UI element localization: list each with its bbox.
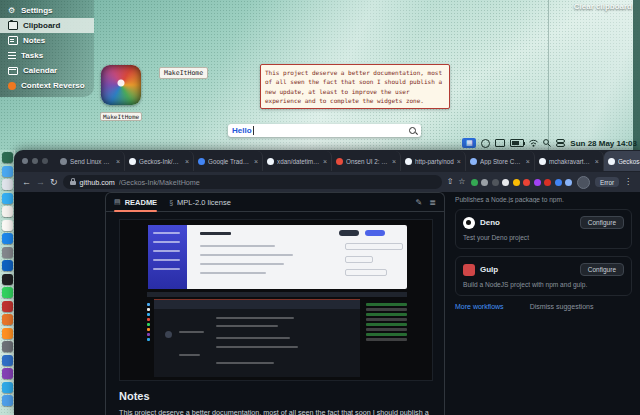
menu-item-calendar[interactable]: Calendar	[0, 63, 94, 78]
screenshot-sidebar-chips	[366, 303, 407, 373]
browser-tab[interactable]: Send Linux Com ×	[56, 151, 125, 171]
readme-screenshot-image[interactable]	[119, 219, 433, 381]
edit-pencil-icon[interactable]: ✎	[416, 198, 423, 207]
note-icon	[8, 36, 18, 45]
extension-icon[interactable]	[481, 179, 488, 186]
tab-close-icon[interactable]: ×	[392, 158, 396, 165]
dock	[0, 150, 15, 415]
dock-firefox-icon[interactable]	[2, 328, 13, 339]
configure-gulp-button[interactable]: Configure	[580, 263, 624, 276]
profile-avatar[interactable]	[577, 176, 590, 189]
dock-photos-icon[interactable]	[2, 206, 13, 217]
dock-finder-icon[interactable]	[2, 166, 13, 177]
dock-safari-icon[interactable]	[2, 193, 13, 204]
tab-license[interactable]: § MPL-2.0 license	[169, 193, 231, 211]
back-button[interactable]: ←	[22, 177, 31, 187]
menubar-clock[interactable]: Sun 28 May 14:03	[570, 139, 637, 148]
dock-onedrive-icon[interactable]	[2, 260, 13, 271]
control-center-icon[interactable]	[556, 139, 565, 147]
desktop-search-bar[interactable]: Hello	[228, 124, 421, 137]
reload-button[interactable]: ↻	[50, 177, 58, 187]
bookmark-star-button[interactable]: ☆	[458, 177, 465, 187]
tab-close-icon[interactable]: ×	[254, 158, 258, 165]
screen-record-icon[interactable]	[481, 139, 490, 148]
dock-vlc-icon[interactable]	[2, 314, 13, 325]
screenshot-app-window	[148, 225, 407, 289]
more-workflows-link[interactable]: More workflows	[455, 303, 504, 310]
tab-close-icon[interactable]: ×	[323, 158, 327, 165]
battery-icon[interactable]	[510, 139, 524, 147]
tab-close-icon[interactable]: ×	[185, 158, 189, 165]
browser-tab[interactable]: Geckos-Ink/Mak ×	[125, 151, 194, 171]
book-icon: ▤	[114, 198, 121, 206]
menu-item-notes[interactable]: Notes	[0, 33, 94, 48]
wifi-icon[interactable]	[529, 139, 538, 147]
dock-whatsapp-icon[interactable]	[2, 287, 13, 298]
profile-chip[interactable]: Error	[595, 177, 619, 187]
tab-close-icon[interactable]: ×	[526, 158, 530, 165]
window-minimize-button[interactable]	[32, 158, 38, 164]
forward-button[interactable]: →	[36, 177, 45, 187]
address-bar[interactable]: github.com /Geckos-Ink/MakeItHome	[63, 175, 442, 189]
extension-icon[interactable]	[492, 179, 499, 186]
configure-deno-button[interactable]: Configure	[580, 216, 624, 229]
dock-podcasts-icon[interactable]	[2, 368, 13, 379]
screenshot-app-sidebar	[148, 225, 187, 289]
dock-filezilla-icon[interactable]	[2, 301, 13, 312]
browser-tab-active[interactable]: Geckos-Ink/Mak ×	[604, 151, 640, 171]
dock-terminal-icon[interactable]	[2, 274, 13, 285]
window-zoom-button[interactable]	[42, 158, 48, 164]
search-icon[interactable]	[409, 127, 417, 135]
makeithome-app-icon[interactable]	[101, 65, 141, 105]
extension-icon[interactable]	[555, 179, 562, 186]
tab-readme[interactable]: ▤ README	[114, 193, 157, 211]
menu-item-tasks[interactable]: Tasks	[0, 48, 94, 63]
browser-tab[interactable]: App Store Conn ×	[466, 151, 535, 171]
browser-tab[interactable]: xdan/datetimep ×	[263, 151, 332, 171]
dock-app-store-icon[interactable]	[2, 233, 13, 244]
browser-tab[interactable]: Onsen UI 2: Bea ×	[332, 151, 401, 171]
search-input-value[interactable]: Hello	[232, 126, 252, 135]
browser-tab[interactable]: mchakravarty/G ×	[535, 151, 604, 171]
browser-tab[interactable]: http-party/nod ×	[401, 151, 466, 171]
tab-close-icon[interactable]: ×	[595, 158, 599, 165]
dock-xcode-icon[interactable]	[2, 395, 13, 406]
dismiss-suggestions-link[interactable]: Dismiss suggestions	[530, 303, 594, 310]
spotlight-icon[interactable]	[543, 139, 551, 147]
tab-close-icon[interactable]: ×	[457, 158, 461, 165]
outline-icon[interactable]: ≣	[429, 198, 436, 207]
menu-item-context-reverso[interactable]: Context Reverso	[0, 78, 94, 93]
dock-launchpad-icon[interactable]	[2, 179, 13, 190]
extension-icon[interactable]	[502, 179, 509, 186]
dock-vscode-icon[interactable]	[2, 382, 13, 393]
browser-menu-icon[interactable]: ⋮	[624, 177, 632, 187]
dock-calendar-icon[interactable]	[2, 220, 13, 231]
menu-item-clipboard[interactable]: Clipboard	[0, 18, 94, 33]
share-button[interactable]: ⇧	[447, 177, 454, 187]
extension-icon[interactable]	[544, 179, 551, 186]
dock-system-settings-icon[interactable]	[2, 247, 13, 258]
display-icon[interactable]	[495, 139, 505, 147]
extension-icon[interactable]	[513, 179, 520, 186]
url-host: github.com	[80, 178, 115, 187]
extension-icon[interactable]	[471, 179, 478, 186]
dock-rstudio-icon[interactable]	[2, 355, 13, 366]
makeithome-tooltip: MakeItHome	[159, 67, 208, 79]
dock-utilities-icon[interactable]	[2, 341, 13, 352]
lock-icon[interactable]	[70, 181, 76, 186]
tasks-icon	[8, 52, 16, 59]
window-close-button[interactable]	[22, 158, 28, 164]
makeithome-app[interactable]: MakeItHome	[100, 65, 142, 123]
input-source-icon[interactable]: ▦	[462, 138, 476, 148]
clipboard-note[interactable]: This project deserve a better documentat…	[260, 64, 450, 109]
tab-close-icon[interactable]: ×	[116, 158, 120, 165]
menu-item-settings[interactable]: ⚙ Settings	[0, 3, 94, 18]
readme-body: Notes This project deserve a better docu…	[106, 212, 444, 415]
extension-icon[interactable]	[534, 179, 541, 186]
browser-tab[interactable]: Google Tradutto ×	[194, 151, 263, 171]
extension-icon[interactable]	[565, 179, 572, 186]
clear-clipboard-button[interactable]: Clear clipboard	[574, 2, 632, 11]
dock-hidden-app-icon[interactable]	[2, 152, 13, 163]
tab-title: mchakravarty/G	[549, 158, 592, 165]
extension-icon[interactable]	[523, 179, 530, 186]
